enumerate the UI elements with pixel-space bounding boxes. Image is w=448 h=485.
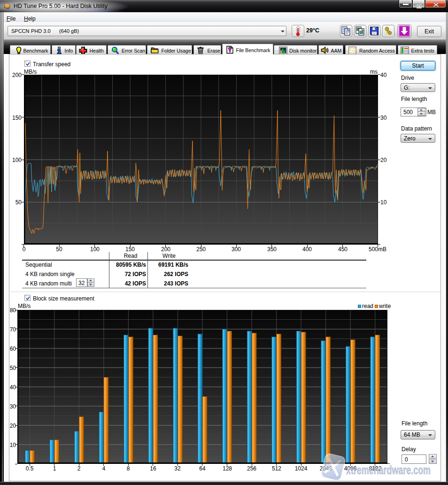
svg-text:xtremehardware.com: xtremehardware.com bbox=[346, 463, 431, 477]
